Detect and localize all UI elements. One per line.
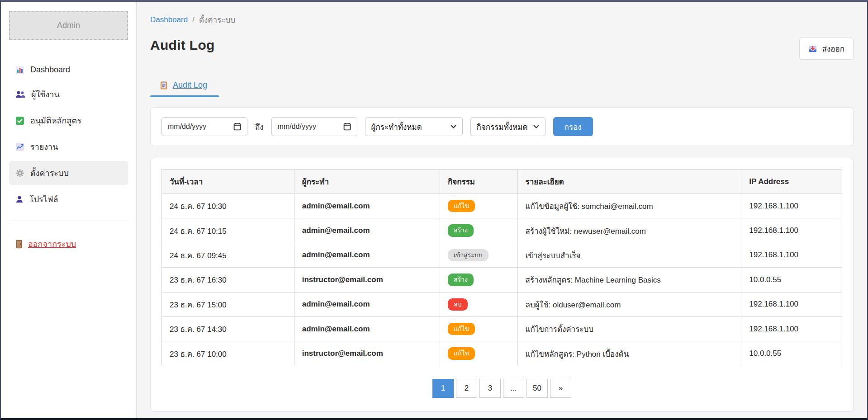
cell-actor: admin@email.com — [294, 194, 440, 218]
logout-label: ออกจากระบบ — [28, 237, 76, 250]
main-content: Dashboard / ตั้งค่าระบบ Audit Log ส่งออก — [137, 2, 867, 418]
sidebar-item-label: อนุมัติหลักสูตร — [30, 114, 81, 127]
cell-details: สร้างหลักสูตร: Machine Learning Basics — [517, 268, 741, 292]
cell-activity: สร้าง — [440, 218, 517, 243]
cell-details: เข้าสู่ระบบสำเร็จ — [517, 243, 741, 267]
cell-details: แก้ไขหลักสูตร: Python เบื้องต้น — [517, 341, 741, 366]
cell-ip: 192.168.1.100 — [741, 316, 842, 341]
cell-datetime: 23 ธ.ค. 67 16:30 — [162, 268, 294, 292]
cell-actor: admin@email.com — [294, 292, 440, 316]
inbox-download-icon — [808, 44, 817, 53]
actor-select[interactable]: ผู้กระทำทั้งหมด — [365, 117, 463, 136]
cell-actor: admin@email.com — [294, 218, 440, 243]
next-page-button[interactable]: » — [550, 379, 571, 398]
activity-select[interactable]: กิจกรรมทั้งหมด — [470, 117, 545, 136]
sidebar-item-reports[interactable]: รายงาน — [9, 135, 128, 159]
page-button-1[interactable]: 1 — [432, 379, 454, 398]
cell-datetime: 23 ธ.ค. 67 15:00 — [162, 292, 294, 316]
filter-button[interactable]: กรอง — [553, 117, 593, 136]
sidebar-item-label: รายงาน — [30, 140, 58, 153]
cell-activity: แก้ไข — [440, 341, 517, 366]
cell-actor: admin@email.com — [294, 316, 440, 341]
table-row: 23 ธ.ค. 67 16:30instructor@email.comสร้า… — [162, 268, 842, 292]
sidebar-divider — [9, 221, 128, 221]
audit-table: วันที่-เวลาผู้กระทำกิจกรรมรายละเอียดIP A… — [161, 169, 842, 366]
cell-details: แก้ไขการตั้งค่าระบบ — [517, 316, 741, 341]
cell-activity: แก้ไข — [440, 194, 517, 218]
export-label: ส่งออก — [822, 42, 844, 55]
breadcrumb-separator: / — [192, 15, 194, 24]
breadcrumb-dashboard-link[interactable]: Dashboard — [150, 15, 188, 24]
calendar-icon[interactable] — [343, 123, 351, 131]
column-header: ผู้กระทำ — [294, 170, 440, 194]
audit-table-card: วันที่-เวลาผู้กระทำกิจกรรมรายละเอียดIP A… — [150, 158, 854, 412]
table-row: 24 ธ.ค. 67 10:15admin@email.comสร้างสร้า… — [162, 218, 842, 243]
date-to-input[interactable]: mm/dd/yyyy — [271, 117, 357, 136]
activity-badge: สร้าง — [448, 274, 474, 286]
sidebar-item-settings[interactable]: ตั้งค่าระบบ — [9, 161, 128, 185]
cell-actor: admin@email.com — [294, 243, 440, 267]
date-from-placeholder: mm/dd/yyyy — [168, 123, 206, 131]
chevron-down-icon — [533, 125, 539, 128]
activity-badge: ลบ — [448, 298, 467, 311]
activity-badge: แก้ไข — [448, 323, 475, 335]
page-button-50[interactable]: 50 — [526, 379, 548, 398]
cell-activity: ลบ — [440, 292, 517, 316]
activity-badge: เข้าสู่ระบบ — [448, 249, 489, 261]
table-row: 23 ธ.ค. 67 10:00instructor@email.comแก้ไ… — [162, 341, 842, 366]
column-header: วันที่-เวลา — [162, 170, 294, 194]
sidebar-item-users[interactable]: ผู้ใช้งาน — [9, 82, 128, 106]
table-row: 23 ธ.ค. 67 14:30admin@email.comแก้ไขแก้ไ… — [162, 316, 842, 341]
page-button-2[interactable]: 2 — [456, 379, 477, 398]
page-button-3[interactable]: 3 — [479, 379, 501, 398]
sidebar-item-profile[interactable]: โปรไฟล์ — [9, 187, 128, 211]
cell-actor: instructor@email.com — [294, 341, 440, 366]
gear-icon — [15, 169, 24, 178]
bar-chart-icon — [15, 66, 24, 75]
logout-link[interactable]: ออกจากระบบ — [9, 235, 128, 253]
sidebar-item-label: ตั้งค่าระบบ — [30, 166, 69, 179]
table-row: 24 ธ.ค. 67 09:45admin@email.comเข้าสู่ระ… — [162, 243, 842, 267]
brand-placeholder: Admin — [9, 11, 128, 40]
cell-details: ลบผู้ใช้: olduser@email.com — [517, 292, 741, 316]
export-button[interactable]: ส่งออก — [799, 38, 854, 60]
date-to-placeholder: mm/dd/yyyy — [278, 123, 316, 131]
tab-bar: Audit Log — [150, 76, 854, 96]
tab-audit-log[interactable]: Audit Log — [150, 76, 219, 96]
cell-ip: 10.0.0.55 — [741, 268, 842, 292]
column-header: IP Address — [741, 170, 842, 194]
page-button-...[interactable]: ... — [503, 379, 524, 398]
person-icon — [15, 195, 24, 203]
door-icon — [15, 240, 23, 249]
sidebar: Admin Dashboardผู้ใช้งานอนุมัติหลักสูตรร… — [1, 2, 137, 418]
cell-activity: สร้าง — [440, 268, 517, 292]
cell-ip: 10.0.0.55 — [741, 341, 842, 366]
breadcrumb: Dashboard / ตั้งค่าระบบ — [150, 14, 854, 26]
cell-datetime: 23 ธ.ค. 67 14:30 — [162, 316, 294, 341]
cell-activity: เข้าสู่ระบบ — [440, 243, 517, 267]
activity-badge: แก้ไข — [448, 347, 475, 359]
cell-datetime: 24 ธ.ค. 67 09:45 — [162, 243, 294, 267]
cell-ip: 192.168.1.100 — [741, 194, 842, 218]
line-chart-icon — [15, 142, 24, 151]
date-from-input[interactable]: mm/dd/yyyy — [161, 117, 247, 136]
users-icon — [15, 90, 25, 99]
activity-badge: สร้าง — [448, 224, 474, 236]
cell-datetime: 24 ธ.ค. 67 10:30 — [162, 194, 294, 218]
cell-activity: แก้ไข — [440, 316, 517, 341]
sidebar-item-dashboard[interactable]: Dashboard — [9, 60, 128, 80]
check-square-icon — [15, 116, 24, 125]
app-window: Admin Dashboardผู้ใช้งานอนุมัติหลักสูตรร… — [0, 0, 868, 420]
sidebar-item-label: โปรไฟล์ — [29, 193, 58, 206]
cell-ip: 192.168.1.100 — [741, 292, 842, 316]
table-row: 23 ธ.ค. 67 15:00admin@email.comลบลบผู้ใช… — [162, 292, 842, 316]
activity-badge: แก้ไข — [448, 200, 475, 212]
tab-audit-log-label: Audit Log — [173, 80, 207, 90]
cell-datetime: 23 ธ.ค. 67 10:00 — [162, 341, 294, 366]
sidebar-menu: Dashboardผู้ใช้งานอนุมัติหลักสูตรรายงานต… — [9, 60, 128, 213]
sidebar-item-approve-courses[interactable]: อนุมัติหลักสูตร — [9, 109, 128, 132]
cell-details: สร้างผู้ใช้ใหม่: newuser@email.com — [517, 218, 741, 243]
sidebar-item-label: Dashboard — [30, 65, 70, 75]
calendar-icon[interactable] — [233, 123, 241, 131]
column-header: กิจกรรม — [440, 170, 517, 194]
